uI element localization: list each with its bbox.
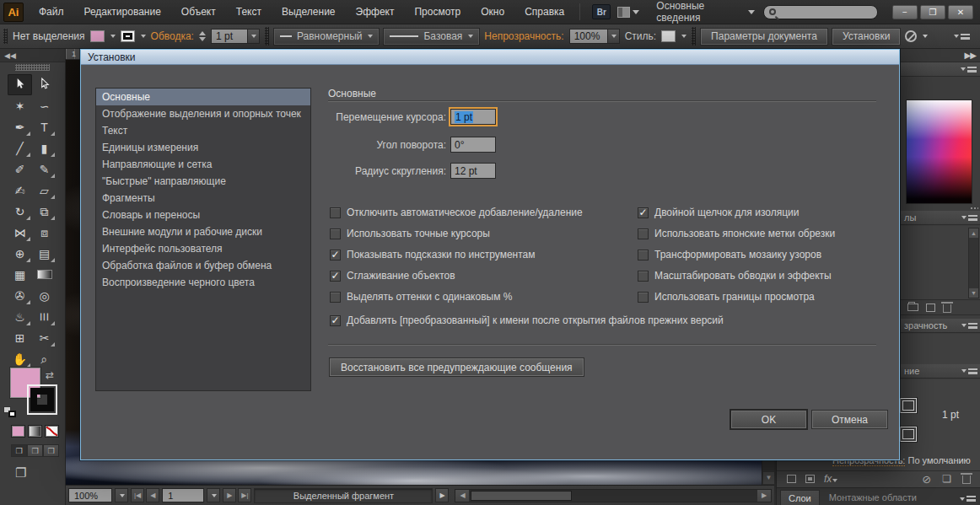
checkbox-box[interactable]: ✓ xyxy=(330,250,341,261)
menu-item-view[interactable]: Просмотр xyxy=(404,0,471,24)
slice-tool[interactable]: ✂ xyxy=(32,327,57,348)
draw-normal-button[interactable]: ❒ xyxy=(11,444,27,457)
checkbox-box[interactable] xyxy=(330,207,341,218)
artboard-number-input[interactable]: 1 xyxy=(162,488,204,502)
chevron-down-icon[interactable] xyxy=(110,35,116,38)
pencil-tool[interactable]: ✎ xyxy=(32,158,57,180)
ok-button[interactable]: OK xyxy=(731,411,806,428)
checkbox-box[interactable]: ✓ xyxy=(330,271,341,282)
symbols-panel-tab[interactable]: лы xyxy=(901,211,980,225)
panel-menu-icon[interactable] xyxy=(961,67,977,73)
section-item-3[interactable]: Единицы измерения xyxy=(96,139,310,156)
tab-artboards[interactable]: Монтажные области xyxy=(821,490,924,505)
opacity-label[interactable]: Непрозрачность: xyxy=(484,30,563,42)
symbols-panel-content[interactable]: ▲ ▼ xyxy=(901,226,980,300)
tools-panel-header[interactable]: ◀◀ xyxy=(0,49,65,62)
default-fill-stroke-icon[interactable] xyxy=(3,406,17,418)
checkbox-box[interactable] xyxy=(638,271,649,282)
perspective-grid-tool[interactable]: ▤ xyxy=(32,243,57,264)
width-tool[interactable]: ⋈ xyxy=(8,222,32,243)
previous-artboard-icon[interactable]: ◀ xyxy=(146,488,159,502)
status-menu-icon[interactable]: ▶ xyxy=(435,488,449,502)
arrange-documents-button[interactable] xyxy=(617,7,639,18)
chevron-down-icon[interactable] xyxy=(681,35,687,38)
checkbox-right-3[interactable]: Масштабировать обводки и эффекты xyxy=(638,270,832,282)
lasso-tool[interactable]: ∽ xyxy=(32,95,57,116)
magic-wand-tool[interactable]: ✶ xyxy=(8,95,32,116)
shape-builder-tool[interactable]: ⊕ xyxy=(8,243,32,264)
checkbox-box[interactable] xyxy=(330,292,341,303)
free-transform-tool[interactable]: ⧈ xyxy=(32,222,57,243)
status-readout[interactable]: Выделенный фрагмент xyxy=(254,488,433,503)
column-graph-tool[interactable]: ☰ xyxy=(32,306,57,327)
preferences-button[interactable]: Установки xyxy=(832,29,900,45)
fill-color-swatch[interactable] xyxy=(90,30,105,42)
last-artboard-icon[interactable]: ▶| xyxy=(238,488,251,502)
swap-fill-stroke-icon[interactable]: ⇄ xyxy=(46,369,54,381)
section-item-9[interactable]: Интерфейс пользователя xyxy=(96,240,310,257)
reset-warnings-button[interactable]: Восстановить все предупреждающие сообщен… xyxy=(330,358,584,376)
rectangle-tool[interactable]: ▮ xyxy=(32,137,57,158)
brush-definition-dropdown[interactable]: Базовая xyxy=(384,29,479,45)
clear-appearance-icon[interactable]: ⊘ xyxy=(922,473,931,486)
menu-item-type[interactable]: Текст xyxy=(226,0,272,24)
expand-panels-icon[interactable]: ▶▶ xyxy=(901,49,980,62)
appearance-panel-tab[interactable]: ние xyxy=(901,364,980,379)
section-item-6[interactable]: Фрагменты xyxy=(96,190,310,207)
menu-item-window[interactable]: Окно xyxy=(471,0,514,24)
section-item-7[interactable]: Словарь и переносы xyxy=(96,207,310,223)
eyedropper-tool[interactable]: ✇ xyxy=(8,285,32,306)
add-fill-icon[interactable] xyxy=(805,475,815,483)
gradient-button[interactable] xyxy=(28,425,42,438)
checkbox-left-4[interactable]: Выделять оттенки с одинаковым % xyxy=(330,291,512,303)
symbol-sprayer-tool[interactable]: ♨ xyxy=(8,306,32,327)
search-input[interactable] xyxy=(763,5,878,19)
horizontal-scrollbar[interactable]: ◀ ▶ xyxy=(455,489,772,502)
artboard-dropdown[interactable] xyxy=(207,488,220,502)
scrollbar-thumb[interactable] xyxy=(471,491,572,501)
style-swatch[interactable] xyxy=(661,30,676,42)
paintbrush-tool[interactable]: ✐ xyxy=(8,158,32,180)
first-artboard-icon[interactable]: |◀ xyxy=(131,488,144,502)
checkbox-box[interactable] xyxy=(638,292,649,303)
checkbox-box[interactable] xyxy=(638,228,649,239)
checkbox-append-converted[interactable]: ✓Добавлять [преобразованный] к имени пос… xyxy=(330,314,724,326)
chevron-down-icon[interactable] xyxy=(141,35,146,38)
checkbox-box[interactable] xyxy=(330,228,341,239)
stroke-color-swatch[interactable] xyxy=(121,30,135,42)
minimize-button[interactable]: − xyxy=(892,5,918,19)
line-segment-tool[interactable]: ╱ xyxy=(8,137,32,158)
rotate-tool[interactable]: ↻ xyxy=(8,201,32,222)
selection-tool[interactable] xyxy=(8,74,32,95)
opacity-input[interactable]: 100% xyxy=(569,29,608,44)
opacity-dropdown[interactable] xyxy=(608,29,620,44)
screen-mode-button[interactable]: ❐ xyxy=(15,465,26,481)
pen-tool[interactable]: ✒ xyxy=(8,116,32,137)
cancel-button[interactable]: Отмена xyxy=(812,411,887,428)
dialog-title-bar[interactable]: Установки xyxy=(81,50,899,65)
color-spectrum[interactable] xyxy=(906,99,972,204)
section-item-2[interactable]: Текст xyxy=(96,122,310,139)
add-effect-icon[interactable]: fx xyxy=(824,473,837,485)
chevron-down-icon[interactable] xyxy=(923,35,928,38)
section-item-0[interactable]: Основные xyxy=(96,89,310,105)
bridge-button[interactable]: Br xyxy=(592,4,611,19)
type-tool[interactable]: T xyxy=(32,116,57,137)
checkbox-left-3[interactable]: ✓Сглаживание объектов xyxy=(330,270,455,282)
checkbox-right-4[interactable]: Использовать границы просмотра xyxy=(638,291,815,303)
checkbox-right-1[interactable]: Использовать японские метки обрезки xyxy=(638,228,835,239)
scale-tool[interactable]: ⧉ xyxy=(32,201,57,222)
checkbox-box[interactable]: ✓ xyxy=(330,315,341,326)
menu-item-edit[interactable]: Редактирование xyxy=(73,0,170,24)
stroke-label[interactable]: Обводка: xyxy=(151,30,194,42)
panel-menu-icon[interactable] xyxy=(960,496,976,502)
section-item-4[interactable]: Направляющие и сетка xyxy=(96,156,310,173)
panel-menu-icon[interactable] xyxy=(961,323,977,329)
blend-tool[interactable]: ◎ xyxy=(32,285,57,306)
section-item-1[interactable]: Отображение выделения и опорных точек xyxy=(96,105,310,122)
scroll-right-icon[interactable]: ▶ xyxy=(757,490,771,502)
select-similar-icon[interactable] xyxy=(905,30,917,42)
stroke-weight-input[interactable]: 1 pt xyxy=(211,29,248,44)
stroke-weight-stepper[interactable] xyxy=(199,31,206,41)
checkbox-left-2[interactable]: ✓Показывать подсказки по инструментам xyxy=(330,249,536,261)
